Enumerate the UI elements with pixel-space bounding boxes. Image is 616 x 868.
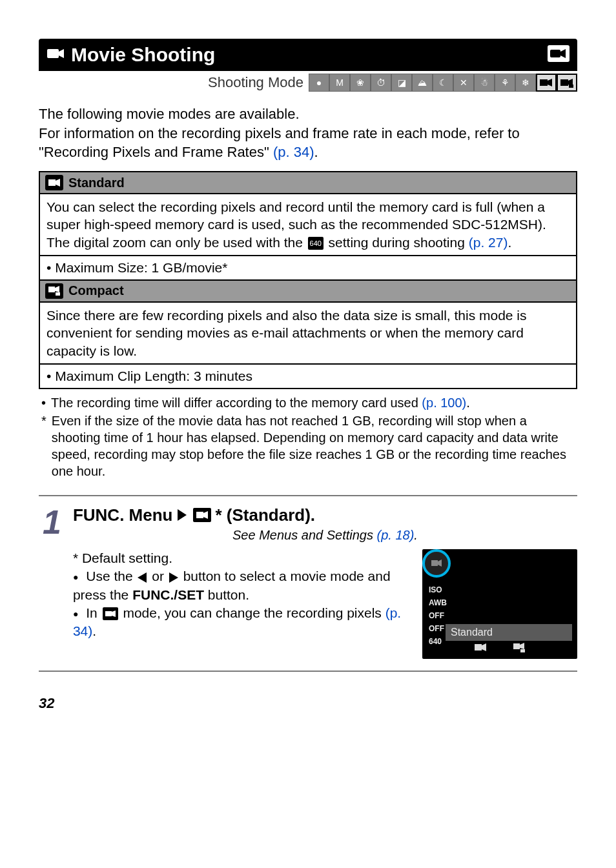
standard-desc-b-post: setting during shooting	[325, 235, 469, 250]
title-bar: Movie Shooting	[39, 39, 577, 71]
mode-auto-icon: ●	[309, 74, 329, 92]
standard-spec: • Maximum Size: 1 GB/movie*	[40, 256, 576, 281]
compact-heading-row: Compact	[40, 281, 576, 303]
step-bullet-1: Use the or button to select a movie mode…	[73, 567, 412, 604]
svg-rect-17	[105, 611, 112, 616]
triangle-right-icon	[178, 509, 187, 521]
default-setting-note: * Default setting.	[73, 549, 412, 567]
step-sub-period: .	[414, 528, 418, 542]
svg-rect-9	[569, 85, 573, 88]
mode-indoor-icon: ☃	[474, 74, 495, 92]
svg-marker-13	[55, 286, 59, 292]
mode-portrait-icon: ◪	[391, 74, 412, 92]
mode-timer-icon: ⏱	[371, 74, 391, 92]
lcd-bottom-icons	[474, 643, 526, 655]
note1-bullet: •	[41, 394, 46, 411]
lcd-off1: OFF	[429, 611, 447, 620]
svg-marker-20	[438, 560, 442, 567]
lcd-dial-icon	[422, 549, 451, 578]
mode-kids-icon: ✕	[453, 74, 474, 92]
compact-description: Since there are few recording pixels and…	[40, 303, 576, 365]
svg-rect-3	[550, 50, 560, 57]
svg-marker-1	[59, 49, 64, 58]
standard-desc-a: You can select the recording pixels and …	[46, 199, 546, 232]
svg-rect-12	[48, 287, 55, 292]
step-number: 1	[39, 505, 61, 659]
page-title: Movie Shooting	[71, 44, 570, 66]
note2-text: Even if the size of the movie data has n…	[52, 412, 577, 479]
svg-rect-10	[48, 179, 56, 186]
mode-foliage-icon: ⚘	[495, 74, 515, 92]
mode-macro-icon: ❀	[350, 74, 371, 92]
note1-text: The recording time will differ according…	[51, 396, 422, 410]
shooting-mode-row: Shooting Mode ● M ❀ ⏱ ◪ ⛰ ☾ ✕ ☃ ⚘ ❄	[39, 71, 577, 97]
b2-period: .	[92, 623, 96, 638]
lcd-side-icons: ISO AWB OFF OFF 640	[429, 585, 447, 646]
lcd-movie-std-icon	[474, 643, 487, 655]
note1-link[interactable]: (p. 100)	[422, 396, 466, 410]
step-heading: FUNC. Menu * (Standard).	[73, 505, 577, 525]
lcd-awb: AWB	[429, 598, 447, 607]
note2-bullet: *	[41, 412, 46, 479]
svg-rect-23	[513, 643, 520, 649]
standard-desc-b-pre: The digital zoom can only be used with t…	[46, 235, 307, 250]
step-heading-b: * (Standard).	[215, 505, 315, 525]
mode-landscape-icon: ⛰	[412, 74, 433, 92]
standard-heading: Standard	[68, 176, 125, 190]
modes-table: Standard You can select the recording pi…	[39, 171, 577, 389]
lcd-off2: OFF	[429, 624, 447, 633]
compact-mode-icon	[45, 283, 63, 299]
standard-description: You can select the recording pixels and …	[40, 194, 576, 256]
movie-mode-icon	[548, 45, 570, 65]
standard-heading-row: Standard	[40, 172, 576, 194]
compact-spec: • Maximum Clip Length: 3 minutes	[40, 365, 576, 388]
lcd-res: 640	[429, 637, 447, 646]
svg-marker-11	[56, 179, 60, 187]
lcd-iso: ISO	[429, 585, 447, 594]
b1-end: button.	[204, 587, 249, 602]
svg-marker-24	[520, 643, 524, 649]
svg-rect-14	[56, 292, 60, 296]
svg-rect-19	[431, 560, 438, 566]
svg-marker-6	[548, 79, 552, 86]
step-list: * Default setting. Use the or button to …	[73, 549, 412, 641]
lcd-preview: ISO AWB OFF OFF 640 Standard	[422, 549, 577, 659]
intro-line-1: The following movie modes are available.	[39, 106, 300, 122]
svg-rect-5	[540, 79, 548, 86]
svg-marker-22	[482, 643, 486, 651]
standard-mode-inline-icon	[103, 607, 118, 620]
lcd-movie-compact-icon	[513, 643, 526, 655]
svg-rect-25	[520, 649, 525, 652]
step-1: 1 FUNC. Menu * (Standard). See Menus and…	[39, 495, 577, 672]
standard-mode-icon	[45, 175, 63, 190]
standard-mode-small-icon	[193, 508, 211, 522]
b2-pre: In	[86, 605, 101, 620]
svg-marker-18	[112, 611, 116, 617]
svg-rect-21	[475, 644, 482, 651]
mode-night-icon: ☾	[433, 74, 453, 92]
standard-desc-period: .	[508, 235, 511, 250]
shooting-mode-label: Shooting Mode	[208, 74, 303, 91]
svg-rect-7	[560, 79, 568, 86]
mode-snow-icon: ❄	[515, 74, 536, 92]
mode-manual-icon: M	[329, 74, 350, 92]
step-bullet-2: In mode, you can change the recording pi…	[73, 604, 412, 641]
b2-post: mode, you can change the recording pixel…	[119, 605, 385, 620]
mode-movie-compact-icon	[557, 74, 577, 92]
intro-link[interactable]: (p. 34)	[273, 144, 314, 160]
svg-marker-16	[203, 511, 208, 519]
b1-pre: Use the	[86, 569, 136, 583]
mode-icon-strip: ● M ❀ ⏱ ◪ ⛰ ☾ ✕ ☃ ⚘ ❄	[309, 74, 577, 92]
intro-text: The following movie modes are available.…	[39, 105, 577, 162]
arrow-right-icon	[169, 572, 178, 583]
b1-mid: or	[148, 569, 167, 583]
note1-period: .	[466, 396, 470, 410]
svg-rect-15	[196, 512, 203, 518]
step-sub-pre: See Menus and Settings	[232, 528, 376, 542]
arrow-left-icon	[138, 572, 147, 583]
b1-bold: FUNC./SET	[132, 587, 204, 602]
step-sub-link[interactable]: (p. 18)	[377, 528, 415, 542]
standard-desc-link[interactable]: (p. 27)	[469, 235, 508, 250]
step-heading-a: FUNC. Menu	[73, 505, 173, 525]
mode-movie-standard-icon	[536, 74, 557, 92]
